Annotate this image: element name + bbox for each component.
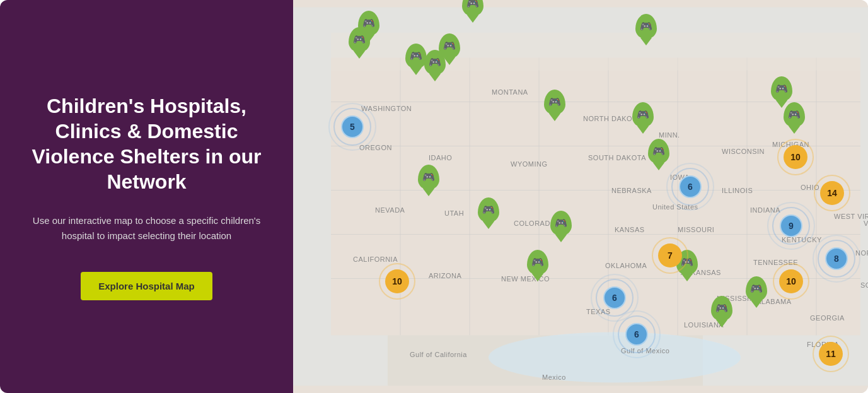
cluster-count: 5 [341,115,364,138]
map-background: ONTARIOQUEBECWASHINGTONMONTANANORTH DAKO… [293,0,868,393]
green-pin-marker[interactable]: 🎮 [439,33,460,59]
cluster-blue: 8 [823,245,850,273]
pin-body: 🎮 [527,250,548,275]
main-heading: Children's Hospitals, Clinics & Domestic… [28,93,265,194]
green-pin-marker[interactable]: 🎮 [771,76,792,102]
hospital-icon: 🎮 [715,303,728,314]
cluster-orange: 7 [656,242,684,269]
pin-body: 🎮 [632,102,654,127]
cluster-count: 11 [819,342,843,366]
green-pin-marker[interactable]: 🎮 [418,165,439,190]
green-pin-marker[interactable]: 🎮 [746,276,767,302]
orange-cluster-marker[interactable]: 10 [782,143,809,171]
pin-body: 🎮 [478,197,499,223]
blue-cluster-marker[interactable]: 6 [676,173,704,201]
hospital-icon: 🎮 [410,51,422,61]
cluster-count: 8 [825,247,848,270]
cluster-blue: 6 [676,173,704,201]
cluster-orange: 14 [818,179,846,207]
blue-cluster-marker[interactable]: 8 [823,245,850,273]
hospital-icon: 🎮 [429,57,441,67]
green-pin-marker[interactable]: 🎮 [358,11,379,36]
hospital-icon: 🎮 [750,284,763,294]
pin-body: 🎮 [439,33,460,59]
green-pin-marker[interactable]: 🎮 [405,44,427,69]
blue-cluster-marker[interactable]: 6 [623,320,651,348]
hospital-icon: 🎮 [548,97,561,107]
pin-body: 🎮 [746,276,767,302]
blue-cluster-marker[interactable]: 6 [601,284,628,312]
blue-cluster-marker[interactable]: 9 [777,212,805,240]
cluster-count: 10 [385,269,409,293]
cluster-count: 9 [780,214,802,237]
pin-body: 🎮 [462,0,483,16]
cluster-blue: 6 [623,320,651,348]
green-pin-marker[interactable]: 🎮 [478,197,499,223]
green-pin-marker[interactable]: 🎮 [635,14,657,39]
hospital-icon: 🎮 [788,110,801,120]
hospital-icon: 🎮 [531,257,544,267]
cluster-orange: 10 [777,267,805,295]
orange-cluster-marker[interactable]: 10 [777,267,805,295]
orange-cluster-marker[interactable]: 7 [656,242,684,269]
hospital-icon: 🎮 [775,84,788,94]
green-pin-marker[interactable]: 🎮 [462,0,483,16]
cluster-count: 10 [779,269,803,293]
cluster-orange: 11 [817,340,845,368]
cluster-blue: 9 [777,212,805,240]
pin-body: 🎮 [544,90,565,115]
cluster-count: 6 [603,286,626,309]
hospital-icon: 🎮 [640,21,652,32]
orange-cluster-marker[interactable]: 14 [818,179,846,207]
map-svg [293,0,868,393]
description-text: Use our interactive map to choose a spec… [28,213,265,243]
hospital-icon: 🎮 [637,110,649,120]
pin-body: 🎮 [771,76,792,102]
cluster-orange: 10 [782,143,809,171]
green-pin-marker[interactable]: 🎮 [711,296,732,321]
hospital-icon: 🎮 [466,0,479,9]
left-panel: Children's Hospitals, Clinics & Domestic… [0,0,293,393]
cluster-count: 14 [820,181,844,205]
pin-body: 🎮 [358,11,379,36]
cluster-blue: 5 [339,113,366,141]
main-container: Children's Hospitals, Clinics & Domestic… [0,0,868,393]
pin-body: 🎮 [711,296,732,321]
map-panel: ONTARIOQUEBECWASHINGTONMONTANANORTH DAKO… [293,0,868,393]
orange-cluster-marker[interactable]: 11 [817,340,845,368]
cluster-count: 7 [658,243,682,267]
cluster-count: 10 [784,145,807,169]
pin-body: 🎮 [648,139,669,164]
cluster-blue: 6 [601,284,628,312]
pin-body: 🎮 [784,102,805,127]
cluster-count: 6 [679,175,702,198]
hospital-icon: 🎮 [422,172,435,182]
green-pin-marker[interactable]: 🎮 [784,102,805,127]
explore-button[interactable]: Explore Hospital Map [81,272,212,300]
green-pin-marker[interactable]: 🎮 [527,250,548,275]
hospital-icon: 🎮 [362,18,375,28]
hospital-icon: 🎮 [555,218,567,228]
hospital-icon: 🎮 [652,146,665,156]
hospital-icon: 🎮 [482,205,495,215]
hospital-icon: 🎮 [443,41,456,51]
pin-body: 🎮 [550,211,572,236]
pin-body: 🎮 [418,165,439,190]
green-pin-marker[interactable]: 🎮 [632,102,654,127]
pin-body: 🎮 [405,44,427,69]
cluster-count: 6 [625,323,648,346]
green-pin-marker[interactable]: 🎮 [648,139,669,164]
blue-cluster-marker[interactable]: 5 [339,113,366,141]
green-pin-marker[interactable]: 🎮 [544,90,565,115]
green-pin-marker[interactable]: 🎮 [550,211,572,236]
cluster-orange: 10 [383,267,411,295]
orange-cluster-marker[interactable]: 10 [383,267,411,295]
pin-body: 🎮 [635,14,657,39]
